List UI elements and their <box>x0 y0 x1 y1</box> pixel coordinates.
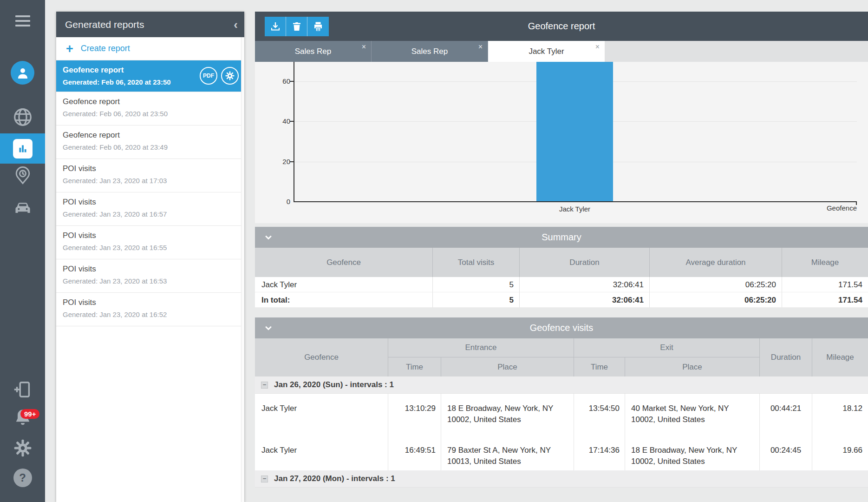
summary-section-header: Summary <box>255 227 868 248</box>
report-list-item[interactable]: POI visits Generated: Jan 23, 2020 at 16… <box>56 259 244 293</box>
report-main-area: Geofence report Sales Rep × Sales Rep × … <box>255 12 868 488</box>
report-list-item[interactable]: POI visits Generated: Jan 23, 2020 at 16… <box>56 226 244 259</box>
close-tab-icon[interactable]: × <box>595 43 600 51</box>
plus-icon: + <box>66 44 73 53</box>
x-axis-title: Geofence <box>784 204 857 212</box>
history-pin-clock-icon[interactable] <box>0 165 45 185</box>
report-title: POI visits <box>63 298 238 307</box>
report-list-item[interactable]: POI visits Generated: Jan 23, 2020 at 16… <box>56 293 244 326</box>
y-tick-20: 20 <box>268 157 290 166</box>
report-title: POI visits <box>63 231 238 240</box>
report-subtitle: Generated: Jan 23, 2020 at 17:03 <box>63 177 238 185</box>
report-list-item[interactable]: Geofence report Generated: Feb 06, 2020 … <box>56 60 244 92</box>
report-title: POI visits <box>63 264 238 274</box>
settings-gear-icon[interactable] <box>0 438 45 458</box>
delete-report-button[interactable] <box>286 17 307 36</box>
date-group-row[interactable]: − Jan 26, 2020 (Sun) - intervals : 1 <box>255 376 868 394</box>
report-list-item[interactable]: Geofence report Generated: Feb 06, 2020 … <box>56 126 244 159</box>
panel-header: Generated reports ‹ <box>56 12 244 37</box>
report-toolbar: Geofence report <box>255 12 868 41</box>
left-rail: 99+ ? <box>0 0 45 502</box>
col-mileage: Mileage <box>812 338 868 376</box>
col-average-duration: Average duration <box>650 248 782 277</box>
menu-hamburger-icon[interactable] <box>0 14 45 28</box>
summary-title: Summary <box>542 232 581 243</box>
report-title: POI visits <box>63 164 238 173</box>
report-title: Geofence report <box>63 131 238 140</box>
report-subtitle: Generated: Jan 23, 2020 at 16:57 <box>63 210 238 218</box>
col-duration: Duration <box>520 248 650 277</box>
report-tabs: Sales Rep × Sales Rep × Jack Tyler × <box>255 41 868 62</box>
chart-bar-jack-tyler[interactable] <box>536 62 613 202</box>
user-avatar[interactable] <box>11 61 34 85</box>
summary-table-header: Geofence Total visits Duration Average d… <box>255 248 868 277</box>
collapse-panel-icon[interactable]: ‹ <box>234 20 238 29</box>
visits-title: Geofence visits <box>530 323 594 333</box>
collapse-summary-icon[interactable] <box>264 233 273 242</box>
create-report-label: Create report <box>81 44 130 53</box>
report-list-item[interactable]: POI visits Generated: Jan 23, 2020 at 16… <box>56 192 244 226</box>
download-report-button[interactable] <box>265 17 286 36</box>
visits-table-header: Geofence Entrance Exit Duration Mileage … <box>255 338 868 376</box>
register-device-icon[interactable] <box>0 379 45 400</box>
col-geofence: Geofence <box>255 338 388 376</box>
y-tick-40: 40 <box>268 117 290 126</box>
report-subtitle: Generated: Jan 23, 2020 at 16:53 <box>63 277 238 285</box>
visits-section-header: Geofence visits <box>255 317 868 338</box>
collapse-visits-icon[interactable] <box>264 324 273 333</box>
tracking-globe-icon[interactable] <box>0 106 45 128</box>
create-report-button[interactable]: + Create report <box>56 37 244 60</box>
reports-nav-active[interactable] <box>0 133 45 164</box>
summary-row: Jack Tyler 5 32:06:41 06:25:20 171.54 <box>255 277 868 292</box>
report-subtitle: Generated: Feb 06, 2020 at 23:49 <box>63 143 238 151</box>
tab-sales-rep-1[interactable]: Sales Rep × <box>255 41 372 62</box>
pdf-label: PDF <box>203 73 214 79</box>
tab-sales-rep-2[interactable]: Sales Rep × <box>372 41 488 62</box>
y-tick-0: 0 <box>268 197 290 206</box>
col-mileage: Mileage <box>782 248 868 277</box>
group-label: Jan 26, 2020 (Sun) - intervals : 1 <box>274 380 394 390</box>
col-exit: Exit <box>574 338 760 357</box>
close-tab-icon[interactable]: × <box>362 43 366 51</box>
col-entrance: Entrance <box>388 338 574 357</box>
collapse-group-icon[interactable]: − <box>261 382 268 389</box>
report-subtitle: Generated: Jan 23, 2020 at 16:55 <box>63 244 238 251</box>
visit-row: Jack Tyler 13:10:29 18 E Broadway, New Y… <box>255 394 868 440</box>
report-title: POI visits <box>63 198 238 207</box>
panel-title: Generated reports <box>65 19 234 30</box>
report-list-item[interactable]: POI visits Generated: Jan 23, 2020 at 17… <box>56 159 244 192</box>
report-settings-button[interactable] <box>221 67 239 85</box>
panel-scrollbar[interactable] <box>241 37 244 502</box>
report-subtitle: Generated: Feb 06, 2020 at 23:50 <box>63 110 238 118</box>
collapse-group-icon[interactable]: − <box>261 476 268 482</box>
col-total-visits: Total visits <box>433 248 520 277</box>
y-tick-60: 60 <box>268 77 290 86</box>
trash-icon <box>291 21 302 32</box>
close-tab-icon[interactable]: × <box>478 43 483 51</box>
bar-chart-icon <box>13 139 33 159</box>
tab-label: Sales Rep <box>411 47 448 56</box>
col-geofence: Geofence <box>255 248 433 277</box>
tab-label: Jack Tyler <box>529 47 564 56</box>
visit-row: Jack Tyler 16:49:51 79 Baxter St A, New … <box>255 440 868 470</box>
summary-total-row: In total: 5 32:06:41 06:25:20 171.54 <box>255 292 868 308</box>
report-title: Geofence report <box>528 21 595 32</box>
tab-label: Sales Rep <box>295 47 331 56</box>
date-group-row[interactable]: − Jan 27, 2020 (Mon) - intervals : 1 <box>255 470 868 488</box>
tab-jack-tyler[interactable]: Jack Tyler × <box>488 41 605 62</box>
x-category-label: Jack Tyler <box>536 205 613 213</box>
report-title: Geofence report <box>63 97 238 106</box>
geofence-bar-chart: 60 40 20 0 Jack Tyler Geofence <box>255 62 868 223</box>
col-entrance-time: Time <box>388 357 441 376</box>
col-duration: Duration <box>760 338 812 376</box>
print-report-button[interactable] <box>307 17 329 36</box>
printer-icon <box>313 21 324 32</box>
report-list-item[interactable]: Geofence report Generated: Feb 06, 2020 … <box>56 92 244 126</box>
help-icon[interactable]: ? <box>0 469 45 487</box>
group-label: Jan 27, 2020 (Mon) - intervals : 1 <box>274 474 395 483</box>
pdf-export-button[interactable]: PDF <box>200 67 217 85</box>
notification-badge: 99+ <box>20 409 39 419</box>
gear-icon <box>225 71 235 81</box>
fleet-car-icon[interactable] <box>0 198 45 218</box>
generated-reports-panel: Generated reports ‹ + Create report Geof… <box>56 12 244 502</box>
